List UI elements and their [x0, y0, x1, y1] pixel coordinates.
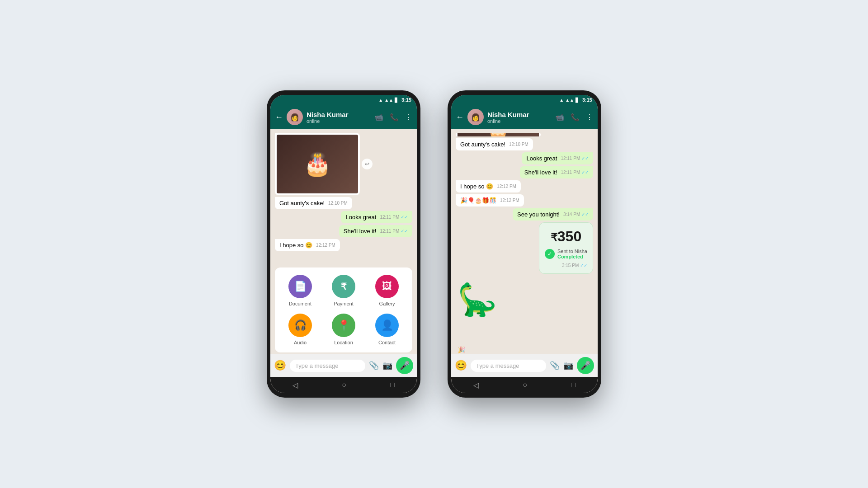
msg-got-cake-time-2: 12:10 PM [509, 142, 528, 147]
msg-looks-great-1: Looks great 12:11 PM ✓✓ [341, 211, 412, 223]
msg-got-cake-1: Got aunty's cake! 12:10 PM [275, 197, 352, 209]
tick-see-tonight-2: ✓✓ [581, 212, 589, 217]
chat-area-2: 🎂 Got aunty's cake! 12:10 PM Looks great… [451, 129, 598, 354]
mic-icon-2: 🎤 [580, 361, 590, 371]
msg-looks-great-text-2: Looks great [526, 155, 557, 162]
signal-icon-1: ▲▲ [384, 98, 393, 103]
bottom-bar-1: 😊 Type a message 📎 📷 🎤 [270, 354, 417, 377]
payment-bubble-2: ₹350 ✓ Sent to Nisha Completed 3:15 PM ✓… [539, 222, 593, 274]
more-options-icon-1[interactable]: ⋮ [405, 113, 412, 122]
message-input-2[interactable]: Type a message [471, 360, 546, 372]
attach-payment[interactable]: ₹ Payment [326, 275, 362, 306]
forward-button-1[interactable]: ↩ [362, 159, 373, 169]
contact-status-2: online [487, 118, 552, 124]
attach-button-2[interactable]: 📎 [550, 361, 560, 371]
emoji-button-2[interactable]: 😊 [455, 360, 467, 371]
msg-got-cake-text-1: Got aunty's cake! [279, 200, 325, 206]
attach-contact[interactable]: 👤 Contact [369, 314, 405, 345]
nav-back-1[interactable]: ◁ [292, 381, 298, 389]
phone-2: ▲ ▲▲ ▊ 3:15 ← 👩 Nisha Kumar online 📹 📞 ⋮ [448, 90, 601, 398]
voice-call-icon-1[interactable]: 📞 [390, 113, 399, 122]
video-call-icon-2[interactable]: 📹 [555, 113, 564, 122]
attach-menu-1: 📄 Document ₹ Payment 🖼 Gallery 🎧 Audio 📍… [275, 267, 412, 352]
msg-looks-great-time-1: 12:11 PM ✓✓ [380, 215, 408, 220]
msg-love-it-1: She'll love it! 12:11 PM ✓✓ [339, 225, 412, 237]
msg-hope-so-1: I hope so 😊 12:12 PM [275, 239, 340, 251]
msg-looks-great-text-1: Looks great [345, 214, 376, 221]
attach-button-1[interactable]: 📎 [369, 361, 379, 371]
contact-name-1: Nisha Kumar [307, 111, 371, 118]
document-icon: 📄 [288, 275, 312, 298]
msg-party-emoji-text-2: 🎉🎈🎂🎁🎊 [460, 197, 496, 204]
image-message-1: 🎂 ↩ [275, 133, 360, 195]
image-bubble-2: 🎂 [456, 133, 541, 136]
msg-looks-great-2: Looks great 12:11 PM ✓✓ [522, 152, 593, 164]
camera-button-1[interactable]: 📷 [382, 361, 392, 371]
message-input-1[interactable]: Type a message [290, 360, 365, 372]
status-bar-2: ▲ ▲▲ ▊ 3:15 [451, 95, 598, 105]
phone-1: ▲ ▲▲ ▊ 3:15 ← 👩 Nisha Kumar online 📹 📞 ⋮ [267, 90, 420, 398]
mic-button-2[interactable]: 🎤 [577, 357, 594, 374]
msg-love-it-time-2: 12:11 PM ✓✓ [561, 170, 589, 175]
back-button-2[interactable]: ← [456, 113, 464, 122]
tick-payment-2: ✓✓ [580, 263, 587, 268]
chat-area-1: 🎂 ↩ Got aunty's cake! 12:10 PM Looks gre… [270, 129, 417, 266]
contact-label: Contact [378, 340, 396, 345]
audio-icon: 🎧 [288, 314, 312, 337]
mic-button-1[interactable]: 🎤 [396, 357, 413, 374]
more-options-icon-2[interactable]: ⋮ [586, 113, 593, 122]
attach-gallery[interactable]: 🖼 Gallery [369, 275, 405, 306]
nav-bar-2: ◁ ○ □ [451, 377, 598, 393]
msg-looks-great-time-2: 12:11 PM ✓✓ [561, 156, 589, 161]
cake-image-1: 🎂 [277, 135, 358, 193]
location-icon: 📍 [332, 314, 355, 337]
header-actions-1: 📹 📞 ⋮ [374, 113, 412, 122]
attach-audio[interactable]: 🎧 Audio [282, 314, 318, 345]
msg-party-emoji-2: 🎉🎈🎂🎁🎊 12:12 PM [456, 194, 524, 206]
signal-icon-2: ▲▲ [565, 98, 574, 103]
phone-1-screen: ▲ ▲▲ ▊ 3:15 ← 👩 Nisha Kumar online 📹 📞 ⋮ [270, 95, 417, 393]
nav-recent-2[interactable]: □ [571, 381, 576, 389]
emoji-button-1[interactable]: 😊 [274, 360, 286, 371]
voice-call-icon-2[interactable]: 📞 [571, 113, 580, 122]
nav-recent-1[interactable]: □ [391, 381, 395, 389]
msg-see-tonight-text-2: See you tonight! [517, 211, 560, 218]
message-placeholder-2: Type a message [476, 362, 519, 369]
payment-details-2: Sent to Nisha Completed [557, 249, 587, 259]
nav-home-2[interactable]: ○ [523, 381, 527, 389]
msg-hope-so-2: I hope so 😊 12:12 PM [456, 180, 521, 192]
nav-bar-1: ◁ ○ □ [270, 377, 417, 393]
payment-status-icon-2: ✓ [545, 249, 555, 259]
tick-looks-great-2: ✓✓ [581, 156, 589, 161]
msg-see-tonight-2: See you tonight! 3:14 PM ✓✓ [513, 208, 593, 221]
battery-icon-1: ▊ [395, 98, 398, 103]
payment-status-text-2: Completed [557, 254, 587, 259]
contact-info-2: Nisha Kumar online [487, 111, 552, 124]
msg-party-emoji-time-2: 12:12 PM [500, 198, 519, 203]
avatar-placeholder-2: 👩 [467, 109, 484, 125]
sticker-emoji-2: 🦕 [458, 282, 497, 317]
attach-document[interactable]: 📄 Document [282, 275, 318, 306]
status-bar-1: ▲ ▲▲ ▊ 3:15 [270, 95, 417, 105]
status-time-1: 3:15 [401, 97, 411, 103]
camera-button-2[interactable]: 📷 [563, 361, 573, 371]
payment-sent-row-2: ✓ Sent to Nisha Completed [545, 249, 587, 259]
attach-location[interactable]: 📍 Location [326, 314, 362, 345]
nav-home-1[interactable]: ○ [342, 381, 346, 389]
back-button-1[interactable]: ← [275, 113, 283, 122]
wifi-icon-2: ▲ [559, 98, 564, 103]
status-icons-2: ▲ ▲▲ ▊ 3:15 [559, 97, 592, 103]
image-bubble-1: 🎂 [275, 133, 360, 195]
video-call-icon-1[interactable]: 📹 [374, 113, 383, 122]
gallery-label: Gallery [379, 301, 395, 306]
msg-love-it-text-2: She'll love it! [524, 169, 557, 176]
nav-back-2[interactable]: ◁ [473, 381, 479, 389]
tick-love-it-1: ✓✓ [401, 229, 408, 234]
status-icons-1: ▲ ▲▲ ▊ 3:15 [378, 97, 411, 103]
contact-icon: 👤 [375, 314, 399, 337]
avatar-2: 👩 [467, 109, 484, 125]
tick-looks-great-1: ✓✓ [401, 215, 408, 220]
msg-got-cake-time-1: 12:10 PM [328, 201, 348, 206]
avatar-placeholder-1: 👩 [287, 109, 303, 125]
location-label: Location [334, 340, 353, 345]
